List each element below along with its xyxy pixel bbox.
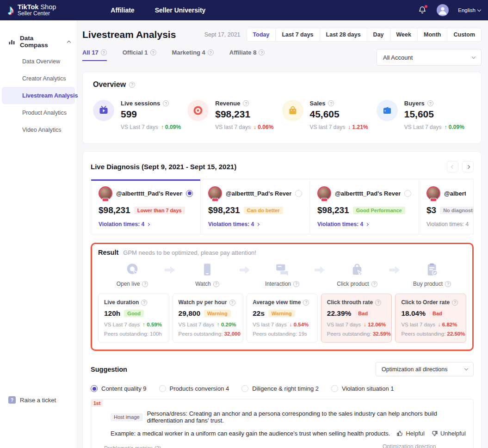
range-day[interactable]: Day <box>367 28 390 42</box>
range-month[interactable]: Month <box>417 28 447 42</box>
status-badge: Can do better <box>244 207 283 214</box>
violation-times-label: Violation times: 4 <box>426 221 466 227</box>
unhelpful-button[interactable]: Unhelpful <box>431 430 466 437</box>
radio-icon <box>91 385 98 392</box>
range-week[interactable]: Week <box>390 28 418 42</box>
helpful-button[interactable]: Helpful <box>396 430 424 437</box>
help-icon[interactable]: ? <box>101 49 107 55</box>
arrow-right-icon <box>314 265 326 275</box>
tab-affiliate[interactable]: Affiliate 8? <box>229 49 265 61</box>
next-page-button[interactable] <box>462 161 474 172</box>
account-filter-dropdown[interactable]: All Account <box>377 49 482 66</box>
status-badge: Warning <box>204 310 231 317</box>
raise-a-ticket-button[interactable]: ? Raise a ticket <box>0 396 77 404</box>
sidebar-item-livestream-analysis[interactable]: Livestream Analysis <box>2 87 75 104</box>
tab-official[interactable]: Official 1? <box>123 49 156 61</box>
change-down: ↓ 1.21% <box>348 124 368 130</box>
help-icon[interactable]: ? <box>141 300 147 306</box>
metric-click-to-order-rate: Click to Order rate? 18.04%Bad VS last 7… <box>395 294 466 343</box>
arrow-right-icon <box>164 265 176 275</box>
record-icon <box>187 100 209 121</box>
help-icon[interactable]: ? <box>163 100 169 106</box>
range-last-28-days[interactable]: Last 28 days <box>320 28 367 42</box>
date-range-selector: Today Last 7 days Last 28 days Day Week … <box>247 28 482 42</box>
overview-live-sessions: Live sessions? 599 VS Last 7 days↑ 0.09% <box>93 100 187 130</box>
help-icon[interactable]: ? <box>142 281 148 287</box>
help-icon[interactable]: ? <box>427 100 433 106</box>
change-up: ↑ 0.09% <box>161 124 181 130</box>
interaction-icon <box>274 262 290 277</box>
sidebar-item-data-overview[interactable]: Data Overview <box>2 53 75 70</box>
help-icon[interactable]: ? <box>208 49 214 55</box>
sidebar-item-creator-analytics[interactable]: Creator Analytics <box>2 70 75 87</box>
prev-page-button[interactable] <box>447 161 458 172</box>
logo-tiktok: TikTok <box>18 3 38 11</box>
language-selector[interactable]: English <box>458 7 481 13</box>
main-content: Livestream Analysis Sept 17, 2021 Today … <box>77 20 488 448</box>
thumbs-down-icon <box>431 430 438 437</box>
radio-violation-situation[interactable]: Violation situation 1 <box>331 385 394 392</box>
suggestion-item-1: 1st Host image Persona/dress: Creating a… <box>91 399 474 448</box>
radio-products-conversion[interactable]: Products conversion 4 <box>159 385 229 392</box>
account-card-2[interactable]: @albertttt_Pad's Revenue $98,231 Can do … <box>200 179 309 234</box>
tab-all[interactable]: All 17? <box>82 49 107 61</box>
help-icon[interactable]: ? <box>303 300 309 306</box>
help-icon[interactable]: ? <box>150 49 156 55</box>
change-down: ↓ 0.06% <box>253 124 273 130</box>
help-icon[interactable]: ? <box>375 300 381 306</box>
radio-icon <box>159 385 166 392</box>
buy-product-icon <box>424 262 440 277</box>
help-icon[interactable]: ? <box>293 281 299 287</box>
help-icon[interactable]: ? <box>445 281 451 287</box>
account-radio[interactable] <box>295 190 302 197</box>
account-revenue: $98,231 <box>208 205 240 215</box>
nav-item-seller-university[interactable]: Seller University <box>155 6 206 14</box>
account-card-1[interactable]: @albertttt_Pad's Revenue $98,231 Lower t… <box>91 179 200 234</box>
funnel-step-click-product: Click product? <box>326 262 389 287</box>
account-avatar <box>208 186 222 200</box>
overview-card: Overview ? Live sessions? 599 <box>82 72 482 144</box>
violation-times-link[interactable]: Violation times: 4 <box>317 221 411 227</box>
metric-live-duration: Live duration? 120hGood VS Last 7 days↑ … <box>98 294 169 343</box>
account-revenue: $98,231 <box>99 205 130 215</box>
sidebar-section-data-compass[interactable]: Data Compass <box>0 34 77 49</box>
change-up: ↑ 0.09% <box>444 124 464 130</box>
top-navbar: ♪ TikTok Shop Seller Center Affiliate Se… <box>0 0 488 20</box>
result-metrics: Live duration? 120hGood VS Last 7 days↑ … <box>98 294 466 343</box>
help-icon[interactable]: ? <box>243 100 249 106</box>
violation-times-link[interactable]: Violation times: 4 <box>99 221 193 227</box>
funnel-step-open-live: Open live? <box>101 262 164 287</box>
help-icon[interactable]: ? <box>328 100 334 106</box>
notification-bell-icon[interactable] <box>417 5 427 15</box>
account-radio[interactable] <box>186 190 193 197</box>
nav-item-affiliate[interactable]: Affiliate <box>111 6 134 14</box>
arrow-right-icon <box>239 265 251 275</box>
help-icon[interactable]: ? <box>259 49 265 55</box>
account-radio[interactable] <box>404 190 411 197</box>
tab-marketing[interactable]: Marketing 4? <box>172 49 214 61</box>
arrow-right-icon <box>389 265 401 275</box>
range-today[interactable]: Today <box>247 28 276 42</box>
radio-content-quality[interactable]: Content quality 9 <box>91 385 147 392</box>
help-icon[interactable]: ? <box>229 300 235 306</box>
optimization-filter-dropdown[interactable]: Optimization all directions <box>376 362 474 376</box>
overview-title: Overview <box>93 80 126 89</box>
sidebar-item-video-analytics[interactable]: Video Analytics <box>2 121 75 138</box>
range-custom[interactable]: Custom <box>447 28 482 42</box>
range-last-7-days[interactable]: Last 7 days <box>275 28 320 42</box>
violation-times-link[interactable]: Violation times: 4 <box>208 221 302 227</box>
account-avatar <box>317 186 331 200</box>
radio-diligence-right-timing[interactable]: Diligence & right timing 2 <box>241 385 319 392</box>
help-icon[interactable]: ? <box>371 281 377 287</box>
current-date: Sept 17, 2021 <box>204 31 241 38</box>
tiktok-shop-logo[interactable]: ♪ TikTok Shop Seller Center <box>7 3 56 17</box>
metric-average-view-time: Average view time? 22sWarning VS last 7 … <box>247 294 318 343</box>
suggestion-title: Suggestion <box>91 366 127 373</box>
help-icon[interactable]: ? <box>452 300 458 306</box>
help-icon[interactable]: ? <box>213 281 219 287</box>
help-icon[interactable]: ? <box>129 82 135 88</box>
user-avatar[interactable] <box>437 4 449 16</box>
account-card-3[interactable]: @albertttt_Pad's Revenue $98,231 Good Pe… <box>309 179 419 234</box>
sidebar-item-product-analytics[interactable]: Product Analytics <box>2 104 75 121</box>
account-card-4[interactable]: @albertttt_Pad's Revenue $3 No diagnosti… <box>419 179 473 234</box>
